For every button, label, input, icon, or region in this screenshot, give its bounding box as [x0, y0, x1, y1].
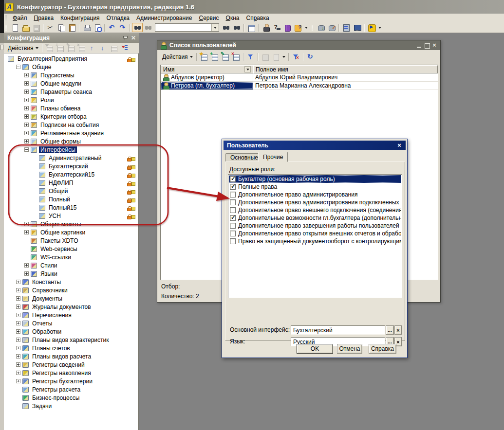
tree-item-filter-criteria[interactable]: Критерии отбора [4, 112, 138, 121]
tree-item-interface[interactable]: Общий [4, 187, 138, 195]
find-button[interactable] [143, 23, 153, 32]
sort-dropdown-icon[interactable] [244, 66, 251, 72]
actions-menu-button[interactable]: Действия [160, 53, 195, 61]
tree-item-forms[interactable]: Общие формы [4, 137, 138, 145]
choose-button[interactable]: ... [386, 325, 394, 335]
tree-item-styles[interactable]: Стили [4, 261, 138, 269]
expand-icon[interactable] [16, 329, 20, 334]
collapse-icon[interactable] [24, 147, 29, 152]
checkbox-checked-icon[interactable] [230, 184, 236, 190]
windows-panel-button[interactable] [246, 23, 257, 32]
checkbox-icon[interactable] [230, 199, 236, 205]
expand-icon[interactable] [16, 338, 20, 342]
filter-tree-button[interactable] [119, 43, 130, 53]
table-row[interactable]: Петрова (гл. бухгалтер)Петрова Марианна … [161, 82, 438, 90]
tree-item-xdto[interactable]: Пакеты XDTO [4, 236, 138, 245]
expand-icon[interactable] [16, 371, 20, 375]
expand-icon[interactable] [24, 131, 29, 135]
help-button[interactable]: Справка [369, 344, 396, 354]
add-button[interactable]: ★ [44, 43, 55, 53]
clear-button[interactable]: × [394, 325, 402, 335]
expand-icon[interactable] [16, 280, 20, 284]
print-preview-button[interactable] [92, 23, 103, 32]
edit-button[interactable]: ✎ [66, 43, 76, 53]
checkbox-icon[interactable] [230, 192, 236, 197]
tree-item-scheduled-jobs[interactable]: Регламентные задания [4, 129, 138, 137]
tree-item-accum-registers[interactable]: Регистры накопления [4, 369, 138, 377]
find-previous-button[interactable] [231, 23, 242, 32]
tree-item-calc-registers[interactable]: Регистры расчета [4, 385, 138, 394]
tree-item-info-registers[interactable]: Регистры сведений [4, 360, 138, 369]
save-file-button[interactable] [31, 23, 41, 32]
refresh-button[interactable] [305, 52, 316, 61]
new-document-button[interactable] [9, 23, 20, 32]
tree-item-interface[interactable]: Бухгалтерский15 [4, 170, 138, 179]
role-item[interactable]: Дополнительное право администрирования п… [229, 198, 401, 206]
tree-item-catalogs[interactable]: Справочники [4, 286, 138, 294]
tab-main[interactable]: Основные [225, 153, 263, 162]
add-user-button[interactable]: ★ [199, 52, 209, 61]
tree-item-interface[interactable]: Бухгалтерский [4, 162, 138, 170]
role-item[interactable]: Дополнительное право администрирования [229, 191, 401, 198]
maximize-icon[interactable] [423, 42, 430, 49]
help-1c-button[interactable] [293, 23, 303, 32]
column-header-name[interactable]: Имя [161, 65, 253, 73]
checkbox-checked-icon[interactable] [230, 215, 236, 221]
ok-button[interactable]: OK [297, 344, 333, 354]
tree-item-module[interactable]: Общие модули [4, 79, 138, 88]
menu-окна[interactable]: Окна [223, 14, 243, 22]
expand-icon[interactable] [24, 123, 29, 127]
cut-button[interactable] [45, 23, 56, 32]
cell-fullname[interactable]: Петрова Марианна Александровна [253, 82, 438, 90]
combo-dropdown-icon[interactable] [211, 24, 219, 31]
tree-item-interfaces[interactable]: Интерфейсы [4, 145, 138, 154]
cell-fullname[interactable]: Абдулов Юрий Владимирович [253, 73, 438, 81]
expand-icon[interactable] [16, 296, 20, 301]
expand-icon[interactable] [16, 354, 20, 358]
cancel-filter-button[interactable]: × [291, 52, 301, 61]
expand-icon[interactable] [24, 263, 29, 268]
expand-icon[interactable] [24, 271, 29, 276]
expand-icon[interactable] [16, 321, 20, 325]
expand-icon[interactable] [24, 114, 29, 119]
syntax-assistant-button[interactable] [282, 23, 293, 32]
expand-icon[interactable] [24, 106, 29, 110]
close-icon[interactable]: × [395, 142, 403, 149]
sort-button[interactable] [109, 43, 119, 53]
redo-button[interactable] [117, 23, 128, 32]
expand-icon[interactable] [16, 362, 20, 367]
collapse-icon[interactable] [16, 65, 20, 69]
paste-button[interactable] [67, 23, 77, 32]
db-config-update-button[interactable] [326, 23, 337, 32]
expand-icon[interactable] [24, 73, 29, 77]
tree-item-configuration[interactable]: БухгалтерияПредприятия [4, 54, 138, 63]
move-down-button[interactable] [98, 43, 109, 53]
menu-файл[interactable]: Файл [9, 14, 31, 22]
tree-item-interface[interactable]: Полный15 [4, 203, 138, 212]
tree-item-data-processors[interactable]: Обработки [4, 327, 138, 336]
tab-other[interactable]: Прочие [258, 152, 288, 162]
save-list-settings-button[interactable] [260, 52, 271, 61]
edit-user-button[interactable]: ✎ [220, 52, 231, 61]
add-copy-user-button[interactable]: + [209, 52, 220, 61]
tree-item-session-params[interactable]: Параметры сеанса [4, 88, 138, 96]
search-combo-input[interactable] [155, 23, 219, 32]
checkbox-icon[interactable] [230, 231, 236, 236]
tree-item-web-service[interactable]: Web-сервисы [4, 245, 138, 253]
expand-icon[interactable] [24, 98, 29, 102]
tree-item-enums[interactable]: Перечисления [4, 311, 138, 319]
main-interface-input[interactable]: Бухгалтерский [291, 325, 385, 335]
add-copy-button[interactable]: + [55, 43, 66, 53]
delete-button[interactable]: × [76, 43, 87, 53]
tree-item-interface[interactable]: Административный [4, 154, 138, 162]
tree-item-languages[interactable]: Языки [4, 269, 138, 278]
help-topics-search-button[interactable] [271, 23, 282, 32]
actions-menu-button[interactable]: Действия [6, 44, 40, 52]
expand-icon[interactable] [16, 313, 20, 317]
tree-item-reports[interactable]: Отчеты [4, 319, 138, 327]
tree-item-calc-types[interactable]: Планы видов расчета [4, 352, 138, 360]
dropdown-arrow-icon[interactable] [281, 52, 287, 61]
expand-icon[interactable] [24, 81, 29, 86]
compare-config-button[interactable] [341, 23, 352, 32]
checkbox-icon[interactable] [230, 223, 236, 229]
